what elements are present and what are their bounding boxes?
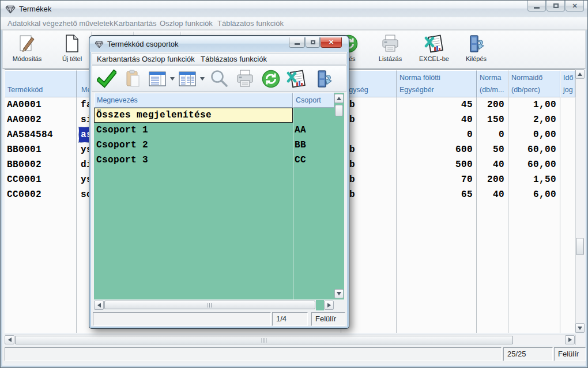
group-column-header-megnevezes[interactable]: Megnevezés [94, 93, 293, 108]
cell-normaido: 60,00 [508, 142, 556, 157]
grid-view-dropdown-arrow[interactable] [200, 77, 205, 81]
dialog-menu-oszlop[interactable]: Oszlop funkciók [142, 55, 195, 63]
cell-megnevezes: Csoport 2 [96, 138, 291, 153]
scroll-up-button[interactable] [575, 69, 585, 79]
exit-button[interactable]: Kilépés [456, 32, 496, 67]
vertical-scrollbar[interactable] [575, 69, 585, 333]
dialog-scroll-up-button[interactable] [334, 94, 344, 103]
column-header-egyseg[interactable]: Egység [341, 70, 397, 97]
dialog-diamond-icon [95, 40, 104, 49]
scroll-left-button[interactable] [5, 335, 14, 344]
toolbar-label: EXCEL-be [413, 55, 455, 62]
dialog-status-bar: 1/4 Felülír [91, 312, 347, 327]
menu-item-karbantartas[interactable]: Karbantartás [114, 19, 156, 28]
horizontal-scrollbar[interactable] [5, 335, 575, 345]
cell-normaido: 60,00 [508, 157, 556, 172]
list-item[interactable]: Csoport 2BB [94, 138, 334, 153]
form-view-dropdown-arrow[interactable] [170, 77, 175, 81]
cell-egysegber: 0 [396, 127, 473, 142]
cell-csoport: CC [295, 153, 333, 168]
select-check-icon[interactable] [97, 69, 116, 89]
cell-termekkod: AA0001 [7, 97, 75, 112]
cell-normaido: 1,00 [508, 97, 556, 112]
excel-export-button[interactable]: EXCEL-be [413, 32, 455, 67]
dialog-maximize-button[interactable] [306, 37, 320, 48]
list-item[interactable]: Csoport 3CC [94, 153, 334, 168]
exit-door-icon[interactable] [314, 69, 334, 89]
horizontal-scroll-thumb[interactable] [15, 336, 513, 344]
paste-icon[interactable] [123, 69, 143, 89]
dialog-horizontal-scroll-thumb[interactable] [104, 301, 315, 309]
printer-icon [380, 34, 400, 54]
edit-icon [17, 34, 37, 54]
column-header-termekkod[interactable]: Termékkód [5, 70, 77, 97]
window-title: Termékek [19, 5, 51, 13]
exit-door-icon [466, 34, 486, 54]
cell-egysegber: 40 [396, 112, 473, 127]
list-item[interactable]: Összes megjelenítése [94, 108, 334, 123]
cell-egysegber: 65 [396, 187, 473, 202]
menu-item-muveletek[interactable]: Adatokkal végezhető műveletek [7, 19, 114, 28]
menu-item-tablazatos[interactable]: Táblázatos funkciók [217, 19, 284, 28]
group-column-header-csoport[interactable]: Csoport [293, 93, 334, 108]
dialog-record-counter: 1/4 [272, 312, 308, 326]
cell-norma: 0 [477, 127, 504, 142]
cell-normaido: 1,50 [508, 172, 556, 187]
status-message-field [5, 347, 502, 361]
list-button[interactable]: Listázás [368, 32, 412, 67]
cell-termekkod: CC0002 [7, 187, 75, 202]
list-item[interactable]: Csoport 1AA [94, 123, 334, 138]
dialog-menu-tablazatos[interactable]: Táblázatos funkciók [201, 55, 267, 63]
dialog-scroll-left-button[interactable] [94, 301, 104, 310]
cell-egyseg: db [344, 187, 378, 202]
search-icon[interactable] [209, 69, 229, 89]
main-status-bar: 25/25 Felülír [2, 346, 586, 363]
dialog-horizontal-scrollbar[interactable] [94, 300, 334, 310]
dialog-vertical-scrollbar[interactable] [334, 93, 344, 299]
excel-icon[interactable] [287, 69, 306, 89]
dialog-scroll-right-button[interactable] [324, 301, 334, 310]
form-view-icon[interactable] [148, 69, 167, 89]
refresh-icon[interactable] [261, 69, 281, 89]
cell-termekkod: BB0001 [7, 142, 75, 157]
minimize-button[interactable] [527, 1, 546, 12]
scroll-down-button[interactable] [575, 323, 585, 333]
dialog-title-bar[interactable]: Termékkód csoportok ✕ [90, 36, 348, 52]
dialog-vertical-scroll-thumb[interactable] [335, 105, 343, 116]
main-title-bar[interactable]: Termékek ✕ [1, 1, 587, 17]
main-menu-bar: Adatokkal végezhető műveletek Karbantart… [1, 17, 587, 30]
main-window: Termékek ✕ Adatokkal végezhető műveletek… [0, 0, 588, 368]
cell-megnevezes: Csoport 1 [96, 123, 291, 138]
menu-item-oszlop[interactable]: Oszlop funkciók [160, 19, 213, 28]
column-header-norma[interactable]: Norma (db/m... [477, 70, 508, 97]
scroll-right-button[interactable] [565, 335, 575, 344]
group-table: Megnevezés Csoport Összes megjelenítéseC… [94, 93, 334, 299]
product-group-dialog: Termékkód csoportok ✕ Karbantartás Oszlo… [89, 36, 349, 328]
cell-egysegber: 45 [396, 97, 473, 112]
toolbar-label: Listázás [368, 55, 412, 62]
vertical-scroll-thumb[interactable] [576, 238, 584, 255]
column-header-egysegber[interactable]: Norma fölötti Egységbér [397, 70, 477, 97]
column-header-idober[interactable]: Idő jog [560, 70, 575, 97]
new-item-button[interactable]: Új tétel [54, 32, 91, 67]
cell-egysegber: 70 [396, 172, 473, 187]
dialog-status-message-field [93, 312, 271, 326]
grid-view-icon[interactable] [178, 69, 197, 89]
close-button[interactable]: ✕ [566, 1, 584, 12]
column-header-normaido[interactable]: Normaidő (db/perc) [508, 70, 560, 97]
cell-norma: 40 [477, 157, 504, 172]
dialog-menu-karbantartas[interactable]: Karbantartás [97, 55, 140, 63]
scrollbar-corner [575, 335, 585, 345]
dialog-close-button[interactable]: ✕ [321, 37, 342, 48]
maximize-button[interactable] [546, 1, 565, 12]
app-diamond-icon [5, 4, 16, 14]
excel-icon [424, 34, 444, 54]
dialog-toolbar [92, 65, 346, 92]
cell-csoport: AA [295, 123, 333, 138]
dialog-minimize-button[interactable] [289, 37, 305, 48]
printer-icon[interactable] [235, 69, 255, 89]
dialog-scroll-down-button[interactable] [334, 289, 344, 298]
cell-norma: 200 [477, 172, 504, 187]
modify-button[interactable]: Módosítás [6, 32, 48, 67]
cell-normaido: 0,00 [508, 127, 556, 142]
